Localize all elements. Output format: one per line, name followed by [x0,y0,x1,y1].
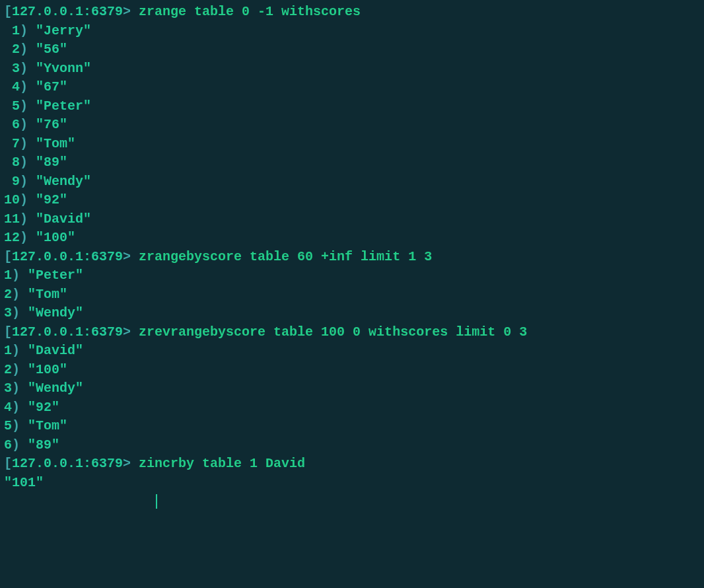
result-index: 2 [4,362,12,377]
paren-close: ) [12,437,28,453]
result-index: 2 [4,287,12,302]
command-text: zincrby table 1 David [139,456,305,471]
paren-close: ) [20,98,36,114]
result-value: "89" [28,437,59,453]
result-index: 8 [4,155,20,170]
bracket-open: [ [4,456,12,471]
bracket-open: [ [4,249,12,264]
paren-close: ) [20,117,36,132]
result-line: 2) "Tom" [4,285,700,305]
prompt-suffix: > [123,249,139,264]
result-index: 12 [4,230,20,245]
prompt-host: 127.0.0.1:6379 [12,4,123,19]
paren-close: ) [20,23,36,38]
paren-close: ) [20,192,36,207]
paren-close: ) [20,230,36,245]
paren-close: ) [20,174,36,189]
result-line: 2) "100" [4,361,700,380]
result-value: "Jerry" [36,23,91,38]
result-value: "67" [36,79,67,94]
paren-close: ) [20,155,36,170]
prompt-line: [127.0.0.1:6379> zrange table 0 -1 withs… [4,3,700,22]
prompt-host: 127.0.0.1:6379 [12,456,123,471]
paren-close: ) [12,400,28,415]
command-text: zrangebyscore table 60 +inf limit 1 3 [139,249,432,264]
result-index: 5 [4,418,12,433]
result-index: 10 [4,192,20,207]
paren-close: ) [12,343,28,358]
result-value: "Peter" [36,98,91,114]
prompt-line: [127.0.0.1:6379> zrangebyscore table 60 … [4,248,700,267]
result-line: 7) "Tom" [4,135,700,154]
prompt-host: 127.0.0.1:6379 [12,249,123,264]
result-line: 11) "David" [4,210,700,229]
result-index: 1 [4,343,12,358]
result-index: 9 [4,174,20,189]
result-raw: "101" [4,474,700,493]
command-text: zrevrangebyscore table 100 0 withscores … [139,324,527,340]
result-index: 1 [4,23,20,38]
cursor-line[interactable] [4,492,700,511]
result-line: 1) "David" [4,342,700,361]
result-line: 4) "67" [4,78,700,97]
result-index: 3 [4,61,20,76]
result-value: "David" [36,211,91,227]
result-line: 8) "89" [4,153,700,172]
paren-close: ) [12,381,28,396]
result-value: "Tom" [28,287,67,302]
prompt-line: [127.0.0.1:6379> zincrby table 1 David [4,455,700,474]
paren-close: ) [20,211,36,227]
prompt-suffix: > [123,456,139,471]
result-line: 5) "Peter" [4,97,700,116]
command-text: zrange table 0 -1 withscores [139,4,361,19]
result-value: "David" [28,343,83,358]
prompt-line: [127.0.0.1:6379> zrevrangebyscore table … [4,323,700,342]
paren-close: ) [20,136,36,151]
result-value: "Tom" [36,136,75,151]
prompt-suffix: > [123,324,139,340]
result-line: 3) "Yvonn" [4,59,700,79]
result-line: 12) "100" [4,229,700,248]
prompt-suffix: > [123,4,139,19]
result-index: 6 [4,437,12,453]
paren-close: ) [20,61,36,76]
result-index: 6 [4,117,20,132]
result-line: 1) "Peter" [4,266,700,285]
result-index: 2 [4,42,20,57]
result-line: 3) "Wendy" [4,379,700,398]
result-index: 3 [4,305,12,320]
paren-close: ) [12,305,28,320]
terminal[interactable]: [127.0.0.1:6379> zrange table 0 -1 withs… [0,0,704,514]
result-line: 3) "Wendy" [4,304,700,323]
paren-close: ) [20,42,36,57]
result-line: 10) "92" [4,191,700,210]
result-line: 6) "76" [4,116,700,135]
result-index: 4 [4,400,12,415]
result-index: 5 [4,98,20,114]
result-value: "100" [28,362,67,377]
paren-close: ) [12,287,28,302]
result-index: 11 [4,211,20,227]
result-line: 1) "Jerry" [4,22,700,41]
result-line: 9) "Wendy" [4,172,700,192]
result-line: 6) "89" [4,436,700,455]
cursor [156,494,157,509]
paren-close: ) [12,268,28,283]
result-index: 1 [4,268,12,283]
result-value: "76" [36,117,67,132]
result-index: 7 [4,136,20,151]
result-line: 5) "Tom" [4,417,700,436]
result-value: "92" [28,400,59,415]
result-value: "101" [4,475,44,490]
result-value: "92" [36,192,67,207]
result-line: 4) "92" [4,398,700,418]
paren-close: ) [12,362,28,377]
result-index: 4 [4,79,20,94]
result-index: 3 [4,381,12,396]
paren-close: ) [20,79,36,94]
result-value: "100" [36,230,75,245]
bracket-open: [ [4,324,12,340]
bracket-open: [ [4,4,12,19]
result-value: "Wendy" [36,174,91,189]
prompt-host: 127.0.0.1:6379 [12,324,123,340]
